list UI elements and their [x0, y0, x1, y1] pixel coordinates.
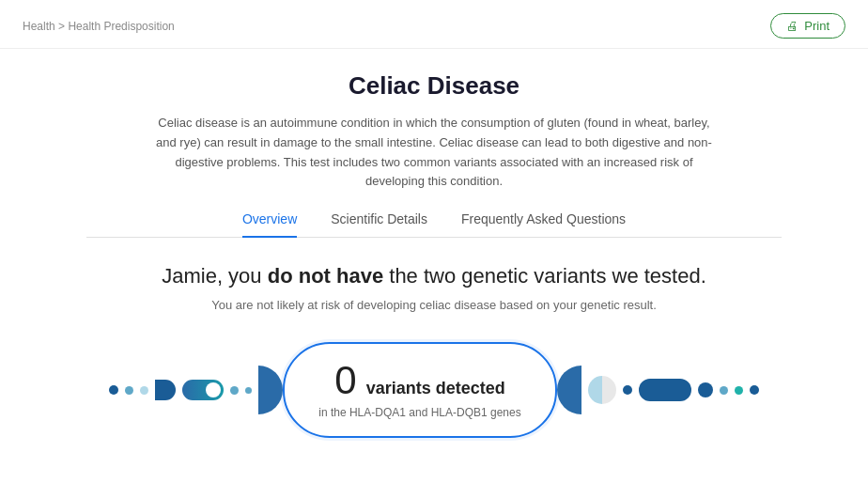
deco-right: [557, 366, 759, 414]
tab-scientific-details[interactable]: Scientific Details: [331, 211, 427, 238]
pill-right-1: [639, 379, 691, 401]
breadcrumb: Health > Health Predisposition: [23, 20, 175, 33]
print-button[interactable]: 🖨 Print: [770, 13, 845, 39]
result-subtext: You are not likely at risk of developing…: [19, 298, 849, 312]
tab-overview[interactable]: Overview: [242, 211, 297, 238]
print-label: Print: [804, 19, 829, 33]
variant-count: 0: [334, 361, 356, 400]
dot-3: [140, 386, 148, 395]
big-half-left: [258, 366, 283, 414]
dot-5: [245, 387, 252, 394]
result-user-name: Jamie: [162, 264, 217, 288]
breadcrumb-separator: >: [58, 20, 68, 33]
top-bar: Health > Health Predisposition 🖨 Print: [0, 0, 868, 49]
deco-left: [109, 366, 283, 414]
breadcrumb-current: Health Predisposition: [68, 20, 174, 33]
big-half-right: [557, 366, 581, 414]
visualization-row: 0 variants detected in the HLA-DQA1 and …: [19, 342, 849, 438]
tab-faq[interactable]: Frequently Asked Questions: [461, 211, 626, 238]
result-emphasis: do not have: [268, 264, 383, 288]
circle-split: [588, 376, 616, 404]
dot-4: [230, 386, 239, 395]
tab-bar: Overview Scientific Details Frequently A…: [86, 210, 782, 238]
page-title: Celiac Disease: [86, 71, 782, 101]
dot-r2: [720, 386, 728, 395]
page-description: Celiac disease is an autoimmune conditio…: [152, 114, 716, 192]
print-icon: 🖨: [786, 19, 798, 33]
dot-r1: [623, 385, 632, 395]
dot-2: [125, 386, 133, 395]
dot-1: [109, 385, 118, 395]
dot-r3: [735, 386, 743, 395]
variant-label: variants detected: [366, 379, 505, 398]
breadcrumb-health[interactable]: Health: [23, 20, 55, 33]
result-headline: Jamie, you do not have the two genetic v…: [19, 264, 849, 288]
variant-sublabel: in the HLA-DQA1 and HLA-DQB1 genes: [318, 406, 520, 419]
result-section: Jamie, you do not have the two genetic v…: [0, 238, 868, 457]
result-card: 0 variants detected in the HLA-DQA1 and …: [283, 342, 556, 438]
main-content: Celiac Disease Celiac disease is an auto…: [68, 49, 800, 238]
dot-r4: [750, 385, 759, 395]
pill-left-1: [182, 380, 224, 400]
half-circle-left: [155, 380, 176, 400]
